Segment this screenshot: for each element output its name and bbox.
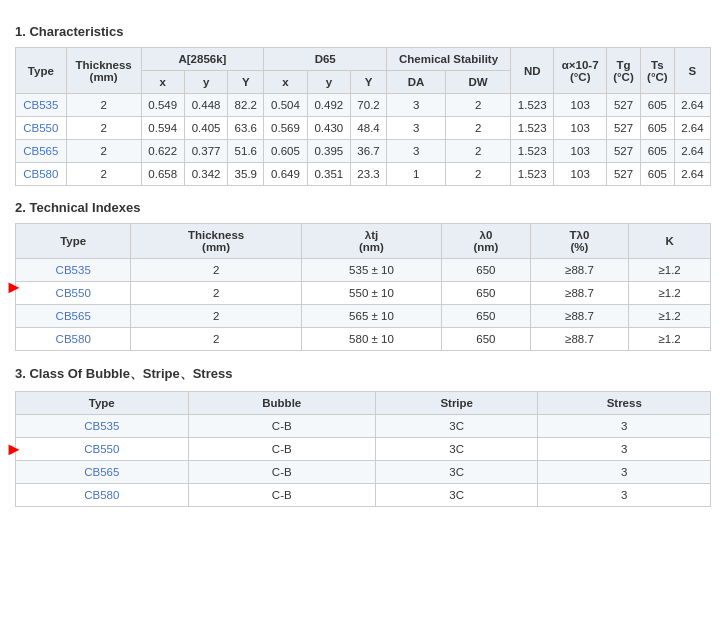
table-row: CB535 2 535 ± 10 650 ≥88.7 ≥1.2 xyxy=(16,259,711,282)
table3-container: ► Type Bubble Stripe Stress CB535 C-B 3C… xyxy=(15,391,711,507)
col-alpha: α×10-7(°C) xyxy=(554,48,607,94)
t2-type-cb565[interactable]: CB565 xyxy=(56,310,91,322)
t2-col-lambda-0: λ0(nm) xyxy=(442,224,531,259)
col-type: Type xyxy=(16,48,67,94)
t2-type-cb550[interactable]: CB550 xyxy=(56,287,91,299)
t2-type-cb580[interactable]: CB580 xyxy=(56,333,91,345)
table1-header-row1: Type Thickness(mm) A[2856k] D65 Chemical… xyxy=(16,48,711,71)
t3-type-cb565[interactable]: CB565 xyxy=(84,466,119,478)
t2-col-thickness: Thickness(mm) xyxy=(131,224,301,259)
table-row: CB580 2 580 ± 10 650 ≥88.7 ≥1.2 xyxy=(16,328,711,351)
table-row: CB550 2 0.594 0.405 63.6 0.569 0.430 48.… xyxy=(16,117,711,140)
table-row: CB565 C-B 3C 3 xyxy=(16,461,711,484)
type-cb535[interactable]: CB535 xyxy=(23,99,58,111)
col-tg: Tg(°C) xyxy=(607,48,641,94)
col-nd: ND xyxy=(511,48,554,94)
t2-col-k: K xyxy=(629,224,711,259)
type-cb550[interactable]: CB550 xyxy=(23,122,58,134)
t3-type-cb535[interactable]: CB535 xyxy=(84,420,119,432)
section1-title: 1. Characteristics xyxy=(15,24,711,39)
type-cb580[interactable]: CB580 xyxy=(23,168,58,180)
t3-col-type: Type xyxy=(16,392,189,415)
table3-header: Type Bubble Stripe Stress xyxy=(16,392,711,415)
col-chem-stability: Chemical Stability xyxy=(387,48,511,71)
col-da: DA xyxy=(387,71,446,94)
table-row: CB580 C-B 3C 3 xyxy=(16,484,711,507)
col-a-x: x xyxy=(141,71,184,94)
section3-arrow: ► xyxy=(5,440,23,458)
t3-type-cb580[interactable]: CB580 xyxy=(84,489,119,501)
t3-col-stripe: Stripe xyxy=(375,392,537,415)
col-thickness: Thickness(mm) xyxy=(66,48,141,94)
col-d65: D65 xyxy=(264,48,387,71)
col-s: S xyxy=(674,48,710,94)
technical-indexes-table: Type Thickness(mm) λtj(nm) λ0(nm) Tλ0(%)… xyxy=(15,223,711,351)
table-row: CB535 C-B 3C 3 xyxy=(16,415,711,438)
t3-col-bubble: Bubble xyxy=(188,392,375,415)
type-cb565[interactable]: CB565 xyxy=(23,145,58,157)
table-row: CB580 2 0.658 0.342 35.9 0.649 0.351 23.… xyxy=(16,163,711,186)
table-row: CB535 2 0.549 0.448 82.2 0.504 0.492 70.… xyxy=(16,94,711,117)
col-dw: DW xyxy=(446,71,511,94)
bubble-stripe-stress-table: Type Bubble Stripe Stress CB535 C-B 3C 3… xyxy=(15,391,711,507)
section2-title: 2. Technical Indexes xyxy=(15,200,711,215)
section3-title: 3. Class Of Bubble、Stripe、Stress xyxy=(15,365,711,383)
table-row: CB550 C-B 3C 3 xyxy=(16,438,711,461)
col-d-y: y xyxy=(307,71,350,94)
t2-col-tl0: Tλ0(%) xyxy=(530,224,628,259)
table-row: CB550 2 550 ± 10 650 ≥88.7 ≥1.2 xyxy=(16,282,711,305)
col-a2856k: A[2856k] xyxy=(141,48,264,71)
col-d-Y: Y xyxy=(351,71,387,94)
table-row: CB565 2 565 ± 10 650 ≥88.7 ≥1.2 xyxy=(16,305,711,328)
t3-col-stress: Stress xyxy=(538,392,711,415)
t2-col-type: Type xyxy=(16,224,131,259)
section2-arrow: ► xyxy=(5,278,23,296)
table-row: CB565 2 0.622 0.377 51.6 0.605 0.395 36.… xyxy=(16,140,711,163)
t3-type-cb550[interactable]: CB550 xyxy=(84,443,119,455)
table2-header: Type Thickness(mm) λtj(nm) λ0(nm) Tλ0(%)… xyxy=(16,224,711,259)
t2-col-lambda-tj: λtj(nm) xyxy=(301,224,441,259)
col-a-Y: Y xyxy=(228,71,264,94)
table1-container: Type Thickness(mm) A[2856k] D65 Chemical… xyxy=(15,47,711,186)
col-d-x: x xyxy=(264,71,307,94)
characteristics-table: Type Thickness(mm) A[2856k] D65 Chemical… xyxy=(15,47,711,186)
t2-type-cb535[interactable]: CB535 xyxy=(56,264,91,276)
col-ts: Ts(°C) xyxy=(640,48,674,94)
col-a-y: y xyxy=(184,71,227,94)
table2-container: ► Type Thickness(mm) λtj(nm) λ0(nm) Tλ0(… xyxy=(15,223,711,351)
